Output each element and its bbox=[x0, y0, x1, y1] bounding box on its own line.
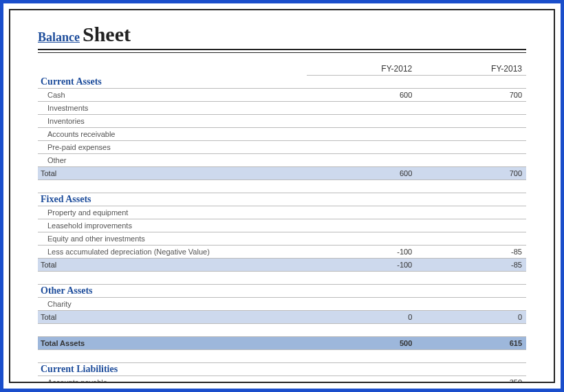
table-row: Equity and other investments bbox=[38, 232, 526, 246]
total-assets-row: Total Assets 500 615 bbox=[38, 337, 526, 350]
outer-frame: BalanceSheet FY-2012 FY-2013 Current Ass… bbox=[0, 0, 564, 392]
table-row: Accounts payable350 bbox=[38, 376, 526, 384]
section-heading: Other Assets bbox=[38, 285, 526, 298]
year-header-row: FY-2012 FY-2013 bbox=[38, 63, 526, 76]
section-fixed-assets: Fixed Assets bbox=[38, 193, 526, 206]
section-total-row: Total600700 bbox=[38, 167, 526, 180]
document-page: BalanceSheet FY-2012 FY-2013 Current Ass… bbox=[9, 9, 555, 383]
year-col-1: FY-2012 bbox=[307, 63, 417, 76]
table-row: Leasehold improvements bbox=[38, 219, 526, 232]
table-row: Investments bbox=[38, 102, 526, 115]
title-underline bbox=[38, 49, 526, 53]
table-row: Cash600700 bbox=[38, 89, 526, 102]
section-total-row: Total00 bbox=[38, 311, 526, 324]
table-row: Less accumulated depreciation (Negative … bbox=[38, 246, 526, 259]
section-total-row: Total-100-85 bbox=[38, 259, 526, 272]
section-current-liabilities: Current Liabilities bbox=[38, 363, 526, 376]
title-part-balance: Balance bbox=[38, 30, 80, 44]
section-current-assets: Current Assets bbox=[38, 76, 526, 89]
section-heading: Current Assets bbox=[38, 76, 526, 89]
table-row: Inventories bbox=[38, 115, 526, 128]
table-row: Charity bbox=[38, 298, 526, 311]
table-row: Pre-paid expenses bbox=[38, 141, 526, 154]
section-other-assets: Other Assets bbox=[38, 285, 526, 298]
table-row: Accounts receivable bbox=[38, 128, 526, 141]
table-row: Property and equipment bbox=[38, 206, 526, 219]
table-row: Other bbox=[38, 154, 526, 167]
page-title: BalanceSheet bbox=[38, 23, 526, 46]
section-heading: Fixed Assets bbox=[38, 193, 526, 206]
section-heading: Current Liabilities bbox=[38, 363, 526, 376]
year-col-2: FY-2013 bbox=[416, 63, 526, 76]
title-part-sheet: Sheet bbox=[83, 23, 131, 45]
balance-sheet-table: FY-2012 FY-2013 Current Assets Cash60070… bbox=[38, 63, 526, 383]
